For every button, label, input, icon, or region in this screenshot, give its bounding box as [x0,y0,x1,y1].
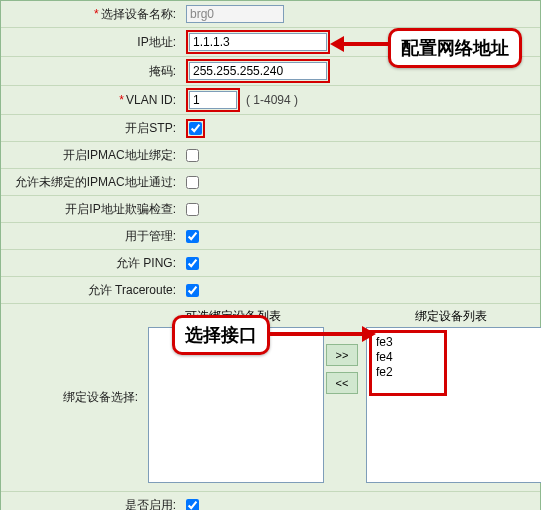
traceroute-checkbox[interactable] [186,284,199,297]
add-button[interactable]: >> [326,344,358,366]
list-item[interactable]: fe2 [376,365,440,380]
callout-interface: 选择接口 [172,315,270,355]
ping-checkbox[interactable] [186,257,199,270]
label-ipspoof: 开启IP地址欺骗检查: [65,202,176,216]
ipspoof-checkbox[interactable] [186,203,199,216]
label-enable: 是否启用: [125,498,176,511]
mask-input[interactable] [189,62,327,80]
vlan-input[interactable] [189,91,237,109]
label-ipmac-pass: 允许未绑定的IPMAC地址通过: [15,175,176,189]
list-item[interactable]: fe3 [376,335,440,350]
label-mgmt: 用于管理: [125,229,176,243]
label-mask: 掩码: [149,64,176,78]
list-item[interactable]: fe4 [376,350,440,365]
label-ping: 允许 PING: [116,256,176,270]
ipmac-pass-checkbox[interactable] [186,176,199,189]
label-traceroute: 允许 Traceroute: [88,283,176,297]
label-ipmac: 开启IPMAC地址绑定: [63,148,176,162]
label-device-name: 选择设备名称: [101,7,176,21]
enable-checkbox[interactable] [186,499,199,511]
bound-list[interactable]: fe3 fe4 fe2 [366,327,541,483]
label-ip: IP地址: [137,35,176,49]
ip-input[interactable] [189,33,327,51]
device-name-input [186,5,284,23]
arrow-icon [270,326,376,342]
callout-network: 配置网络地址 [388,28,522,68]
label-vlan: VLAN ID: [126,93,176,107]
mgmt-checkbox[interactable] [186,230,199,243]
vlan-hint: ( 1-4094 ) [246,93,298,107]
config-form: *选择设备名称: IP地址: 掩码: *VLAN ID: ( 1-4094 ) … [0,0,541,510]
bound-list-title: 绑定设备列表 [366,308,536,325]
remove-button[interactable]: << [326,372,358,394]
label-stp: 开启STP: [125,121,176,135]
stp-checkbox[interactable] [189,122,202,135]
bound-list-highlight: fe3 fe4 fe2 [369,330,447,396]
label-bind-select: 绑定设备选择: [1,389,144,406]
ipmac-checkbox[interactable] [186,149,199,162]
arrow-icon [330,36,388,52]
